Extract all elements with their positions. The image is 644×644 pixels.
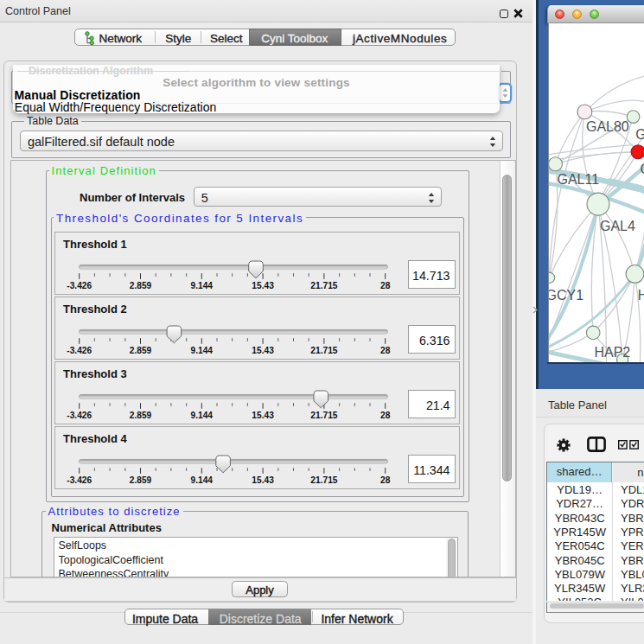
svg-text:GAL80: GAL80: [586, 119, 629, 134]
svg-text:21.715: 21.715: [310, 411, 337, 420]
svg-text:2.859: 2.859: [130, 475, 152, 485]
svg-text:-3.426: -3.426: [67, 346, 92, 355]
svg-text:21.715: 21.715: [310, 475, 337, 485]
svg-text:15.43: 15.43: [252, 281, 274, 290]
svg-text:2.859: 2.859: [130, 281, 152, 290]
svg-text:15.43: 15.43: [252, 346, 274, 355]
svg-text:-3.426: -3.426: [67, 411, 92, 420]
svg-text:9.144: 9.144: [191, 281, 214, 290]
svg-text:-3.426: -3.426: [67, 475, 92, 485]
svg-text:15.43: 15.43: [252, 411, 274, 420]
svg-text:GAL11: GAL11: [557, 172, 599, 187]
svg-text:9.144: 9.144: [191, 411, 214, 420]
svg-text:HAP2: HAP2: [594, 345, 630, 360]
svg-text:21.715: 21.715: [310, 281, 337, 290]
svg-text:28: 28: [380, 281, 391, 290]
svg-text:28: 28: [380, 475, 391, 485]
svg-text:GCY1: GCY1: [549, 288, 583, 303]
svg-text:GAL4: GAL4: [599, 219, 634, 233]
svg-text:9.144: 9.144: [191, 475, 214, 485]
svg-text:28: 28: [380, 346, 391, 355]
svg-text:28: 28: [380, 411, 391, 420]
svg-text:CYC8: CYC8: [640, 162, 644, 176]
svg-text:2.859: 2.859: [130, 411, 152, 420]
svg-text:21.715: 21.715: [310, 346, 337, 355]
svg-text:9.144: 9.144: [191, 346, 214, 355]
svg-text:-3.426: -3.426: [67, 281, 92, 290]
svg-text:HIS4: HIS4: [637, 288, 644, 303]
svg-text:2.859: 2.859: [130, 346, 152, 355]
svg-text:GAL3: GAL3: [635, 127, 644, 142]
svg-text:15.43: 15.43: [252, 475, 274, 485]
